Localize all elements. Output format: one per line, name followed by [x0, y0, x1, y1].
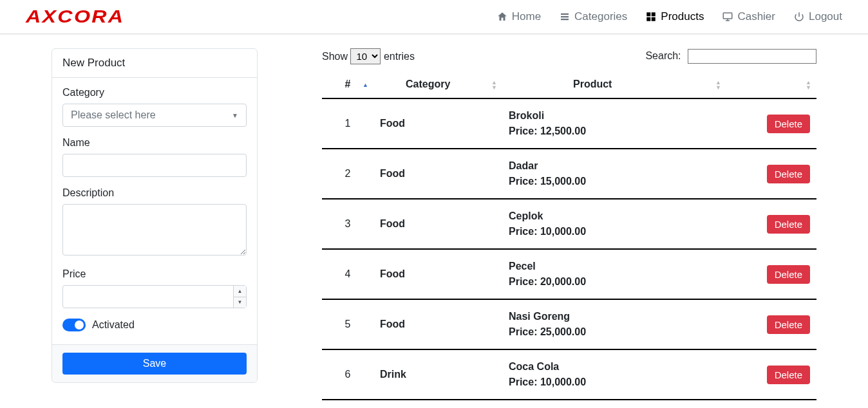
- price-step-down[interactable]: ▼: [234, 297, 246, 308]
- products-table: # ▲ Category ▲▼ Product ▲▼ ▲▼: [322, 72, 816, 408]
- price-label: Price: [62, 268, 247, 280]
- table-row: 6DrinkCoca ColaPrice: 10,000.00Delete: [322, 349, 816, 400]
- row-num: 6: [322, 349, 373, 400]
- navbar: AXCORA Home Categories Products Cashier: [0, 0, 868, 34]
- col-product[interactable]: Product ▲▼: [502, 72, 726, 98]
- power-icon: [793, 11, 805, 23]
- row-actions: Delete: [726, 249, 816, 299]
- category-group: Category Please select here ▼: [62, 87, 247, 127]
- row-product: Nasi GorengPrice: 25,000.00: [502, 299, 726, 349]
- nav-cashier[interactable]: Cashier: [722, 10, 775, 23]
- nav-categories-label: Categories: [574, 10, 627, 23]
- chevron-down-icon: ▼: [232, 112, 238, 119]
- delete-button[interactable]: Delete: [767, 115, 810, 133]
- row-actions: Delete: [726, 400, 816, 408]
- col-num[interactable]: # ▲: [322, 72, 373, 98]
- row-category: Drink: [373, 349, 502, 400]
- sort-icon: ▲: [363, 83, 368, 88]
- nav-logout[interactable]: Logout: [793, 10, 842, 23]
- nav-categories[interactable]: Categories: [559, 10, 627, 23]
- page-length: Show 10 entries: [322, 48, 415, 64]
- row-actions: Delete: [726, 98, 816, 149]
- table-row: 2FoodDadarPrice: 15,000.00Delete: [322, 149, 816, 199]
- main-container: New Product Category Please select here …: [0, 34, 868, 408]
- name-group: Name: [62, 137, 247, 177]
- price-stepper: ▲ ▼: [233, 286, 246, 308]
- table-body: 1FoodBrokoliPrice: 12,500.00Delete2FoodD…: [322, 98, 816, 408]
- nav-logout-label: Logout: [809, 10, 842, 23]
- home-icon: [496, 11, 508, 23]
- card-footer: Save: [52, 344, 257, 382]
- delete-button[interactable]: Delete: [767, 366, 810, 384]
- sort-icon: ▲▼: [806, 80, 811, 90]
- page-size-select[interactable]: 10: [350, 48, 381, 64]
- sort-icon: ▲▼: [715, 80, 721, 90]
- table-row: 3FoodCeplokPrice: 10,000.00Delete: [322, 199, 816, 249]
- row-num: 2: [322, 149, 373, 199]
- table-row: 7DrinkSpriteDelete: [322, 400, 816, 408]
- sort-icon: ▲▼: [491, 80, 497, 90]
- row-category: Food: [373, 199, 502, 249]
- card-body: Category Please select here ▼ Name Descr…: [52, 78, 257, 344]
- row-actions: Delete: [726, 149, 816, 199]
- delete-button[interactable]: Delete: [767, 215, 810, 234]
- nav-home-label: Home: [512, 10, 541, 23]
- datatable-controls: Show 10 entries Search:: [322, 48, 816, 64]
- row-product: Coca ColaPrice: 10,000.00: [502, 349, 726, 400]
- name-label: Name: [62, 137, 247, 149]
- price-group: Price ▲ ▼: [62, 268, 247, 308]
- price-input[interactable]: [62, 285, 247, 308]
- show-label: Show: [322, 51, 348, 62]
- category-placeholder: Please select here: [71, 109, 156, 120]
- svg-rect-0: [724, 13, 733, 19]
- search-label: Search:: [645, 50, 681, 61]
- table-row: 1FoodBrokoliPrice: 12,500.00Delete: [322, 98, 816, 149]
- monitor-icon: [722, 11, 733, 23]
- activated-toggle[interactable]: [62, 319, 86, 331]
- row-num: 3: [322, 199, 373, 249]
- description-input[interactable]: [62, 204, 247, 255]
- row-product: PecelPrice: 20,000.00: [502, 249, 726, 299]
- row-product: DadarPrice: 15,000.00: [502, 149, 726, 199]
- name-input[interactable]: [62, 154, 247, 177]
- nav-products-label: Products: [661, 10, 704, 23]
- row-category: Food: [373, 249, 502, 299]
- search-input[interactable]: [688, 49, 816, 64]
- category-select[interactable]: Please select here ▼: [62, 104, 247, 127]
- row-num: 1: [322, 98, 373, 149]
- table-column: Show 10 entries Search: # ▲: [322, 48, 816, 408]
- nav-products[interactable]: Products: [645, 10, 704, 23]
- activated-group: Activated: [62, 319, 247, 331]
- row-num: 4: [322, 249, 373, 299]
- row-category: Food: [373, 299, 502, 349]
- delete-button[interactable]: Delete: [767, 165, 810, 183]
- row-actions: Delete: [726, 349, 816, 400]
- col-actions[interactable]: ▲▼: [726, 72, 816, 98]
- nav-links: Home Categories Products Cashier Logout: [496, 10, 842, 23]
- row-category: Food: [373, 98, 502, 149]
- table-row: 4FoodPecelPrice: 20,000.00Delete: [322, 249, 816, 299]
- search-group: Search:: [645, 49, 816, 64]
- row-product: Sprite: [502, 400, 726, 408]
- row-num: 5: [322, 299, 373, 349]
- row-product: BrokoliPrice: 12,500.00: [502, 98, 726, 149]
- col-category[interactable]: Category ▲▼: [373, 72, 502, 98]
- form-column: New Product Category Please select here …: [52, 48, 258, 383]
- delete-button[interactable]: Delete: [767, 315, 810, 334]
- grid-icon: [645, 11, 657, 23]
- row-num: 7: [322, 400, 373, 408]
- new-product-card: New Product Category Please select here …: [52, 48, 258, 383]
- row-product: CeplokPrice: 10,000.00: [502, 199, 726, 249]
- description-group: Description: [62, 187, 247, 258]
- activated-label: Activated: [92, 319, 135, 331]
- entries-label: entries: [384, 51, 415, 62]
- nav-home[interactable]: Home: [496, 10, 541, 23]
- row-category: Drink: [373, 400, 502, 408]
- description-label: Description: [62, 187, 247, 199]
- table-row: 5FoodNasi GorengPrice: 25,000.00Delete: [322, 299, 816, 349]
- logo: AXCORA: [26, 6, 124, 27]
- save-button[interactable]: Save: [62, 353, 247, 375]
- list-icon: [559, 11, 571, 23]
- price-step-up[interactable]: ▲: [234, 286, 246, 297]
- delete-button[interactable]: Delete: [767, 265, 810, 284]
